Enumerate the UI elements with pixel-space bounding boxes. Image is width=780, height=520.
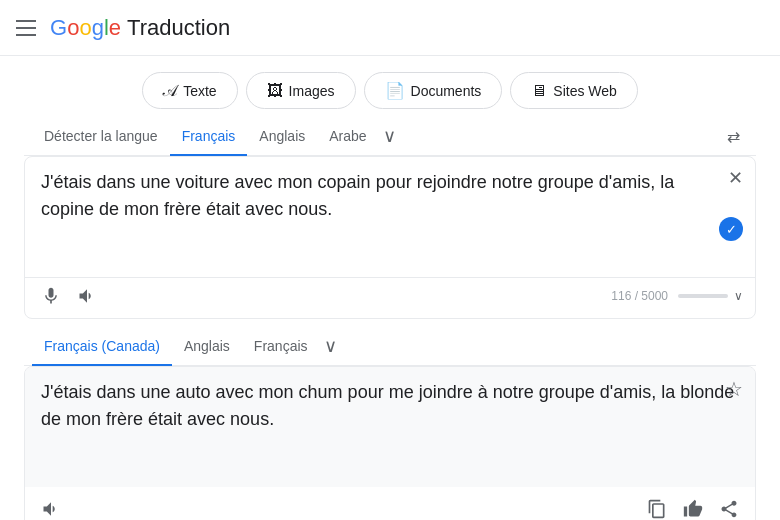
target-output-area: J'étais dans une auto avec mon chum pour…: [25, 367, 755, 487]
char-count: 116 / 5000 ∨: [611, 289, 743, 303]
images-icon: 🖼: [267, 82, 283, 100]
clear-button[interactable]: ✕: [728, 167, 743, 189]
check-badge: ✓: [719, 217, 743, 241]
tab-images-label: Images: [289, 83, 335, 99]
target-bottom-bar: [25, 487, 755, 520]
sites-web-icon: 🖥: [531, 82, 547, 100]
source-lang-french[interactable]: Français: [170, 118, 248, 156]
target-lang-bar: Français (Canada) Anglais Français ∨: [24, 327, 756, 366]
target-lang-french[interactable]: Français: [242, 328, 320, 366]
chevron-down-icon[interactable]: ∨: [734, 289, 743, 303]
source-lang-detect[interactable]: Détecter la langue: [32, 118, 170, 156]
star-button[interactable]: ☆: [725, 377, 743, 401]
source-lang-bar: Détecter la langue Français Anglais Arab…: [24, 117, 756, 156]
tab-texte[interactable]: 𝒜 Texte: [142, 72, 237, 109]
logo-google-text: Google: [50, 15, 121, 41]
texte-icon: 𝒜: [163, 82, 177, 100]
target-lang-more-button[interactable]: ∨: [320, 327, 341, 365]
thumbs-up-button[interactable]: [679, 495, 707, 520]
source-box: J'étais dans une voiture avec mon copain…: [24, 156, 756, 319]
target-speaker-button[interactable]: [37, 495, 65, 520]
translation-wrapper: Détecter la langue Français Anglais Arab…: [24, 117, 756, 520]
target-box: J'étais dans une auto avec mon chum pour…: [24, 366, 756, 520]
lang-swap-button[interactable]: ⇄: [719, 119, 748, 154]
tab-documents-label: Documents: [411, 83, 482, 99]
hamburger-menu-button[interactable]: [16, 20, 36, 36]
tab-texte-label: Texte: [183, 83, 216, 99]
tab-sites-web-label: Sites Web: [553, 83, 617, 99]
source-bottom-bar: 116 / 5000 ∨: [25, 277, 755, 318]
source-input-area[interactable]: J'étais dans une voiture avec mon copain…: [25, 157, 755, 277]
logo: Google Traduction: [50, 15, 230, 41]
logo-traduction-text: Traduction: [127, 15, 230, 41]
source-lang-english[interactable]: Anglais: [247, 118, 317, 156]
source-text[interactable]: J'étais dans une voiture avec mon copain…: [41, 169, 707, 223]
mode-tabs: 𝒜 Texte 🖼 Images 📄 Documents 🖥 Sites Web: [0, 56, 780, 117]
copy-button[interactable]: [643, 495, 671, 520]
char-count-value: 116 / 5000: [611, 289, 668, 303]
documents-icon: 📄: [385, 81, 405, 100]
header: Google Traduction: [0, 0, 780, 56]
tab-sites-web[interactable]: 🖥 Sites Web: [510, 72, 638, 109]
tab-images[interactable]: 🖼 Images: [246, 72, 356, 109]
speed-slider[interactable]: [678, 294, 728, 298]
target-lang-english[interactable]: Anglais: [172, 328, 242, 366]
share-button[interactable]: [715, 495, 743, 520]
speaker-button[interactable]: [73, 282, 101, 310]
microphone-button[interactable]: [37, 282, 65, 310]
target-text: J'étais dans une auto avec mon chum pour…: [41, 379, 739, 433]
source-lang-arabic[interactable]: Arabe: [317, 118, 378, 156]
target-lang-fr-ca[interactable]: Français (Canada): [32, 328, 172, 366]
source-lang-more-button[interactable]: ∨: [379, 117, 400, 155]
tab-documents[interactable]: 📄 Documents: [364, 72, 503, 109]
